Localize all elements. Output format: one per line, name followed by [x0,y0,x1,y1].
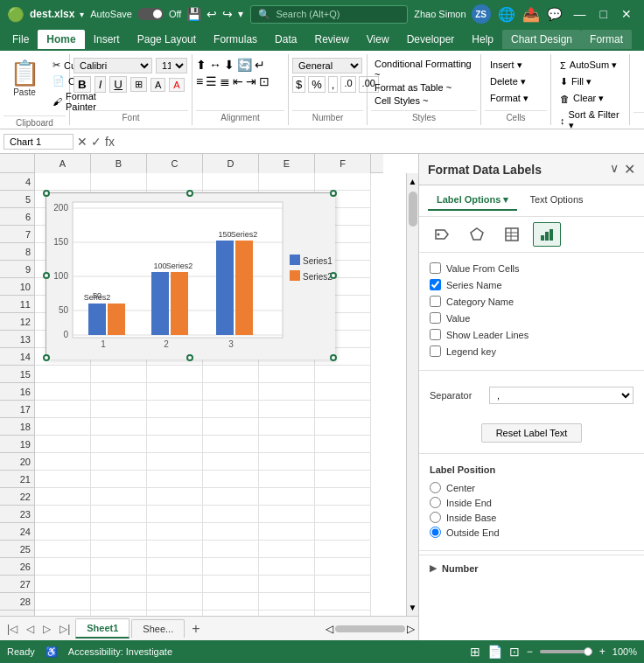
cell-d15[interactable] [203,366,259,383]
wrap-text-icon[interactable]: ↵ [255,58,265,72]
cell-d20[interactable] [203,453,259,471]
name-box[interactable] [4,134,74,150]
cell-b20[interactable] [91,453,147,471]
cell-d22[interactable] [203,488,259,506]
separator-select[interactable]: , ; (New Line) [489,387,634,404]
cell-f4[interactable] [315,173,371,191]
cell-a21[interactable] [35,471,91,488]
vertical-scrollbar[interactable]: ▲ ▼ [406,173,418,616]
cell-c4[interactable] [147,173,203,191]
cell-a15[interactable] [35,366,91,383]
undo-icon[interactable]: ↩ [206,7,217,21]
row-header-10[interactable]: 10 [0,278,35,296]
cell-f22[interactable] [315,488,371,506]
cell-b21[interactable] [91,471,147,488]
panel-tab-label-options[interactable]: Label Options ▾ [428,191,517,211]
sheet-nav-prev[interactable]: ◁ [23,621,38,637]
cell-b16[interactable] [91,383,147,401]
cell-f17[interactable] [315,401,371,418]
page-layout-view-icon[interactable]: 📄 [487,645,502,659]
sheet-nav-first[interactable]: |◁ [4,621,21,637]
cell-a20[interactable] [35,453,91,471]
cell-a19[interactable] [35,436,91,453]
fill-color-icon[interactable]: A [150,78,165,92]
cell-f25[interactable] [315,541,371,558]
cell-c24[interactable] [147,523,203,541]
cell-d25[interactable] [203,541,259,558]
tab-help[interactable]: Help [463,30,502,49]
col-header-f[interactable]: F [315,154,371,173]
search-input[interactable] [276,9,398,19]
cell-c16[interactable] [147,383,203,401]
cell-b17[interactable] [91,401,147,418]
cell-e29[interactable] [259,611,315,616]
cell-f29[interactable] [315,611,371,616]
cell-b19[interactable] [91,436,147,453]
show-leader-lines-checkbox[interactable] [430,329,441,340]
tab-developer[interactable]: Developer [398,30,464,49]
cell-b18[interactable] [91,418,147,436]
page-break-view-icon[interactable]: ⊡ [509,645,520,659]
center-radio[interactable] [430,482,441,493]
cell-f24[interactable] [315,523,371,541]
normal-view-icon[interactable]: ⊞ [470,645,480,659]
handle-bottom-left[interactable] [43,354,50,361]
border-icon[interactable]: ⊞ [130,77,147,92]
zoom-in-icon[interactable]: + [599,646,606,658]
cell-c26[interactable] [147,558,203,576]
cell-f21[interactable] [315,471,371,488]
tab-data[interactable]: Data [266,30,305,49]
cell-d21[interactable] [203,471,259,488]
zoom-slider[interactable] [540,650,592,653]
cell-b23[interactable] [91,506,147,523]
bar-chart-icon-button[interactable] [533,222,561,247]
label-tag-icon-button[interactable] [428,222,456,247]
cell-a28[interactable] [35,593,91,611]
row-header-29[interactable]: 29 [0,611,35,616]
paste-button[interactable]: 📋 Paste [4,58,46,101]
underline-button[interactable]: U [109,76,127,93]
col-header-d[interactable]: D [203,154,259,173]
fill-button[interactable]: ⬇ Fill ▾ [555,74,597,89]
row-header-8[interactable]: 8 [0,243,35,261]
cell-b4[interactable] [91,173,147,191]
cell-b22[interactable] [91,488,147,506]
tab-view[interactable]: View [358,30,398,49]
row-header-20[interactable]: 20 [0,453,35,471]
bold-button[interactable]: B [74,76,91,93]
cell-a18[interactable] [35,418,91,436]
row-header-11[interactable]: 11 [0,296,35,313]
cell-e24[interactable] [259,523,315,541]
cell-b25[interactable] [91,541,147,558]
cell-d19[interactable] [203,436,259,453]
cell-a25[interactable] [35,541,91,558]
cell-e17[interactable] [259,401,315,418]
align-top-icon[interactable]: ⬆ [196,58,206,72]
cell-e15[interactable] [259,366,315,383]
decrease-indent-icon[interactable]: ⇤ [233,74,243,88]
formula-input[interactable] [118,135,640,149]
scrollbar-down-button[interactable]: ▼ [405,599,418,616]
cell-d26[interactable] [203,558,259,576]
share-icon[interactable]: 📤 [522,6,540,23]
cell-f15[interactable] [315,366,371,383]
cell-c25[interactable] [147,541,203,558]
cell-a22[interactable] [35,488,91,506]
handle-bottom-right[interactable] [330,354,337,361]
panel-collapse-icon[interactable]: ∨ [610,161,619,178]
tab-chart-design[interactable]: Chart Design [502,30,581,49]
format-as-table-button[interactable]: Format as Table ~ [371,81,455,94]
series-name-checkbox[interactable] [430,279,441,290]
outside-end-radio[interactable] [430,527,441,538]
row-header-6[interactable]: 6 [0,208,35,226]
cell-f18[interactable] [315,418,371,436]
align-right-icon[interactable]: ≣ [220,74,230,88]
cell-c28[interactable] [147,593,203,611]
cell-a23[interactable] [35,506,91,523]
tab-file[interactable]: File [4,30,38,49]
merge-icon[interactable]: ⊡ [259,74,270,88]
cell-d24[interactable] [203,523,259,541]
tab-insert[interactable]: Insert [85,30,129,49]
row-header-5[interactable]: 5 [0,191,35,208]
row-header-18[interactable]: 18 [0,418,35,436]
